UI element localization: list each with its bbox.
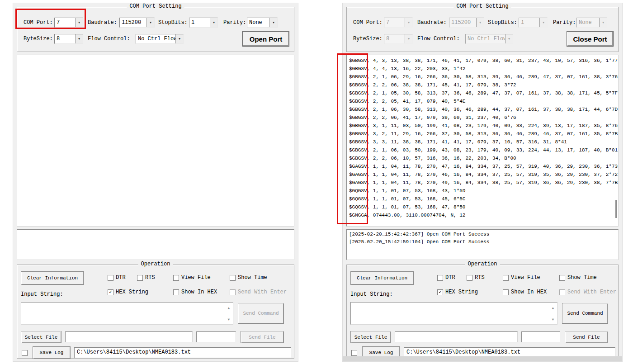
parity-select[interactable]: None ▼ <box>247 18 278 28</box>
log-path-field[interactable]: C:\Users\84115\Desktop\NMEA0183.txt <box>74 347 291 358</box>
spinner-down-icon[interactable]: ▼ <box>226 317 231 321</box>
group-title: Operation <box>465 261 500 267</box>
window-bottom-edge <box>343 356 622 361</box>
input-string-label: Input String: <box>21 291 63 298</box>
spinner-up-icon[interactable]: ▲ <box>550 306 556 310</box>
checkbox-box[interactable] <box>108 275 113 281</box>
checkbox-box[interactable] <box>230 275 236 281</box>
save-log-button[interactable]: Save Log <box>33 346 71 359</box>
send-with-enter-checkbox: Send With Enter <box>559 288 616 296</box>
com-port-value: 7 <box>55 18 75 27</box>
data-line: $GBGSV, 2, 2, 06, 38, 38, 171, 45, 41, 1… <box>349 81 617 89</box>
data-line: $GBGSV, 4, 4, 13, 16, 22, 203, 33, 1*42 <box>349 65 617 73</box>
close-port-button[interactable]: Close Port <box>567 31 614 47</box>
status-log-area[interactable] <box>17 229 294 260</box>
view-file-checkbox[interactable]: View File <box>503 274 540 281</box>
group-title: COM Port Setting <box>453 3 511 9</box>
data-line: $GBGSV, 3, 1, 11, 03, 50, 199, 41, 08, 2… <box>349 122 617 130</box>
checkbox-label: HEX String <box>445 289 478 295</box>
stopbits-value: 1 <box>519 18 539 27</box>
checkbox-label: View File <box>511 274 540 281</box>
status-log-area[interactable]: [2025-02-20_15:42:42:367] Open COM Port … <box>346 229 619 260</box>
save-log-checkbox[interactable] <box>351 349 357 356</box>
show-time-checkbox[interactable]: Show Time <box>230 274 267 281</box>
checkbox-box[interactable] <box>437 275 443 281</box>
checkbox-box[interactable]: ✓ <box>437 289 443 295</box>
checkbox-box[interactable] <box>173 289 179 295</box>
view-file-checkbox[interactable]: View File <box>173 274 211 281</box>
send-command-button[interactable]: Send Command <box>562 303 608 324</box>
scrollbar-thumb[interactable] <box>615 200 617 218</box>
checkbox-box[interactable] <box>137 275 143 281</box>
baudrate-select: 115200 ▼ <box>449 18 484 28</box>
checkbox-box[interactable]: ✓ <box>108 289 113 295</box>
chevron-down-icon: ▼ <box>476 18 484 27</box>
receive-data-area[interactable] <box>17 55 294 227</box>
send-file-button[interactable]: Send File <box>565 331 608 343</box>
data-line: [2025-02-20_15:42:42:367] Open COM Port … <box>349 231 617 238</box>
baudrate-value: 115200 <box>120 18 146 27</box>
checkbox-box[interactable] <box>351 350 357 356</box>
checkbox-label: Show Time <box>238 274 267 281</box>
stopbits-select: 1 ▼ <box>519 18 548 28</box>
stopbits-select[interactable]: 1 ▼ <box>189 18 218 28</box>
send-with-enter-checkbox: Send With Enter <box>230 288 287 296</box>
rts-checkbox[interactable]: RTS <box>467 274 485 281</box>
data-line: $GQGSV, 1, 1, 01, 07, 53, 168, 45, 6*5C <box>349 195 617 203</box>
receive-data-area[interactable]: $GBGSV, 4, 3, 13, 38, 38, 171, 46, 41, 1… <box>346 55 619 227</box>
checkbox-box[interactable] <box>503 289 509 295</box>
com-port-select[interactable]: 7 ▼ <box>54 18 83 28</box>
bytesize-label: ByteSize: <box>24 36 53 42</box>
checkbox-label: RTS <box>145 274 155 281</box>
parity-value: None <box>247 18 269 27</box>
checkbox-box[interactable] <box>559 275 565 281</box>
checkbox-box[interactable] <box>22 350 28 356</box>
select-file-button[interactable]: Select File <box>21 331 61 343</box>
checkbox-box[interactable] <box>173 275 179 281</box>
input-string-label: Input String: <box>350 291 393 298</box>
dtr-checkbox[interactable]: DTR <box>108 274 126 281</box>
data-line: $GBGSV, 2, 1, 05, 30, 58, 313, 37, 36, 4… <box>349 89 617 97</box>
spinner-up-icon[interactable]: ▲ <box>226 306 231 310</box>
clear-information-button[interactable]: Clear Information <box>350 271 414 285</box>
flow-control-select[interactable]: No Ctrl Flow ▼ <box>136 34 184 44</box>
hex-string-checkbox[interactable]: ✓ HEX String <box>108 288 148 296</box>
input-string-field[interactable]: ▲ ▼ <box>21 302 233 325</box>
dtr-checkbox[interactable]: DTR <box>437 274 455 281</box>
save-log-checkbox[interactable] <box>22 349 28 356</box>
file-path-field[interactable] <box>395 331 518 342</box>
stopbits-value: 1 <box>189 18 210 27</box>
chevron-down-icon[interactable]: ▼ <box>175 34 183 43</box>
bytesize-select[interactable]: 8 ▼ <box>54 34 83 44</box>
spinner-down-icon[interactable]: ▼ <box>550 317 556 321</box>
com-port-value: 7 <box>384 18 405 27</box>
bytesize-select: 8 ▼ <box>384 34 413 44</box>
select-file-button[interactable]: Select File <box>350 331 391 343</box>
bytesize-label: ByteSize: <box>353 36 383 42</box>
checkbox-box[interactable] <box>467 275 472 281</box>
rts-checkbox[interactable]: RTS <box>137 274 155 281</box>
show-in-hex-checkbox[interactable]: Show In HEX <box>503 288 547 296</box>
checkbox-box[interactable] <box>503 275 509 281</box>
flow-control-value: No Ctrl Flow <box>136 34 175 43</box>
show-in-hex-checkbox[interactable]: Show In HEX <box>173 288 217 296</box>
file-path-field[interactable] <box>65 331 193 342</box>
data-line: $GBGSV, 2, 2, 06, 41, 17, 079, 39, 60, 3… <box>349 113 617 122</box>
chevron-down-icon[interactable]: ▼ <box>75 34 83 43</box>
file-progress-field <box>196 331 236 342</box>
chevron-down-icon[interactable]: ▼ <box>269 18 277 27</box>
hex-string-checkbox[interactable]: ✓ HEX String <box>437 288 478 296</box>
flow-control-label: Flow Control: <box>88 36 130 42</box>
open-port-button[interactable]: Open Port <box>242 31 289 47</box>
chevron-down-icon[interactable]: ▼ <box>210 18 217 27</box>
chevron-down-icon: ▼ <box>539 18 547 27</box>
input-string-field[interactable]: ▲ ▼ <box>350 302 557 325</box>
chevron-down-icon[interactable]: ▼ <box>75 18 83 27</box>
show-time-checkbox[interactable]: Show Time <box>559 274 597 281</box>
clear-information-button[interactable]: Clear Information <box>21 271 84 285</box>
baudrate-label: Baudrate: <box>417 19 447 26</box>
chevron-down-icon[interactable]: ▼ <box>146 18 154 27</box>
data-line: $GBGSV, 2, 1, 06, 29, 16, 266, 36, 30, 5… <box>349 73 617 81</box>
checkbox-box <box>230 289 236 295</box>
baudrate-select[interactable]: 115200 ▼ <box>119 18 155 28</box>
